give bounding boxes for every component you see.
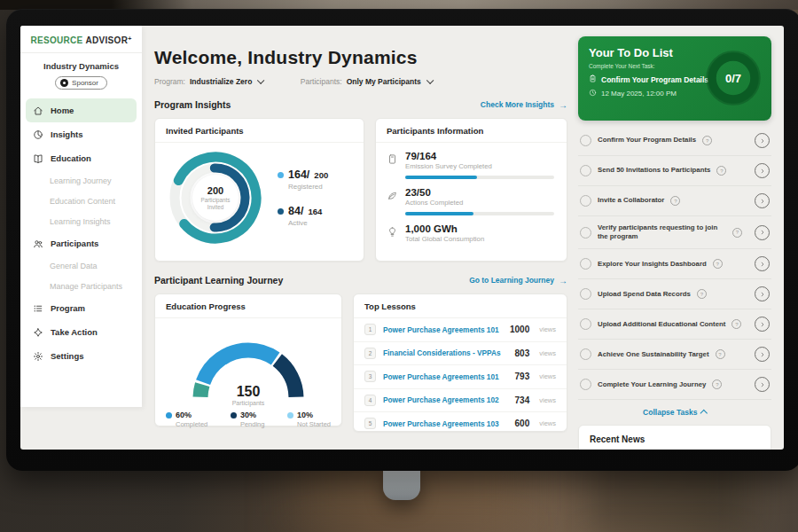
participants-filter[interactable]: Participants:Only My Participants: [301, 77, 432, 86]
filter-value: Only My Participants: [347, 77, 421, 86]
legend-label: Registered: [288, 183, 328, 191]
task-go-button[interactable]: [755, 286, 770, 301]
lesson-title-link[interactable]: Power Purchase Agreements 101: [383, 372, 508, 381]
arrow-right-icon: →: [559, 276, 567, 286]
org-name: Industry Dynamics: [20, 61, 142, 71]
task-row-upload-additional-educational-content[interactable]: Upload Additional Educational Content?: [578, 309, 771, 340]
sidebar-item-program[interactable]: Program: [26, 296, 137, 320]
sidebar-item-label: Education: [51, 153, 91, 163]
card-top-lessons: Top Lessons 1Power Purchase Agreements 1…: [353, 293, 567, 432]
collapse-tasks-label: Collapse Tasks: [643, 408, 697, 417]
card-education-progress: Education Progress 150 Participants 60%C…: [154, 293, 342, 426]
sidebar-item-education-content[interactable]: Education Content: [26, 191, 137, 211]
home-icon: [33, 106, 43, 116]
sidebar-item-learning-journey[interactable]: Learning Journey: [26, 170, 137, 191]
sidebar-item-home[interactable]: Home: [26, 98, 137, 122]
task-go-button[interactable]: [755, 225, 770, 240]
task-row-verify-participants-requesting-to-join-the-program[interactable]: Verify participants requesting to join t…: [578, 216, 771, 249]
help-icon[interactable]: ?: [732, 228, 742, 238]
help-icon[interactable]: ?: [712, 379, 722, 389]
legend-dot: [287, 412, 293, 419]
task-checkbox[interactable]: [580, 195, 591, 207]
sidebar-nav: HomeInsightsEducationLearning JourneyEdu…: [20, 98, 142, 368]
help-icon[interactable]: ?: [716, 166, 726, 176]
sidebar-item-general-data[interactable]: General Data: [26, 255, 137, 276]
program-icon: [33, 303, 43, 314]
sidebar-item-take-action[interactable]: Take Action: [26, 320, 137, 344]
task-go-button[interactable]: [755, 133, 770, 148]
task-row-upload-spend-data-records[interactable]: Upload Spend Data Records?: [578, 279, 771, 309]
sidebar-item-insights[interactable]: Insights: [26, 122, 137, 146]
help-icon[interactable]: ?: [702, 136, 712, 145]
task-go-button[interactable]: [755, 256, 770, 271]
sponsor-icon: [60, 79, 68, 87]
task-label: Complete Your Learning Journey: [598, 380, 706, 389]
info-content: 23/50Actions Completed: [405, 187, 554, 215]
lesson-title-link[interactable]: Financial Considerations - VPPAs: [383, 348, 508, 357]
go-to-learning-journey-link[interactable]: Go to Learning Journey →: [469, 276, 567, 286]
lesson-views-word: views: [539, 325, 556, 333]
check-more-insights-link[interactable]: Check More Insights →: [481, 100, 567, 110]
sidebar-item-participants[interactable]: Participants: [26, 231, 137, 255]
task-label: Send 50 Invitations to Participants: [598, 166, 710, 175]
lesson-views: 600: [515, 419, 530, 428]
clock-icon: [589, 89, 597, 98]
task-go-button[interactable]: [755, 193, 770, 208]
task-go-button[interactable]: [755, 347, 770, 362]
gauge-legend-label: Pending: [240, 420, 265, 428]
sidebar-item-education[interactable]: Education: [26, 146, 137, 170]
gauge-legend-pct: 10%: [297, 411, 313, 419]
lesson-rank: 4: [364, 395, 376, 406]
help-icon[interactable]: ?: [713, 259, 723, 269]
lesson-title-link[interactable]: Power Purchase Agreements 102: [383, 395, 508, 404]
info-label: Total Global Consumption: [405, 235, 484, 243]
lesson-rank: 1: [364, 324, 376, 335]
sidebar-item-manage-participants[interactable]: Manage Participants: [26, 276, 137, 296]
task-checkbox[interactable]: [580, 135, 591, 146]
task-row-invite-a-collaborator[interactable]: Invite a Collaborator?: [578, 186, 771, 216]
survey-icon: [387, 153, 398, 164]
sidebar-item-label: Insights: [51, 129, 82, 139]
task-checkbox[interactable]: [580, 318, 591, 330]
task-row-send-50-invitations-to-participants[interactable]: Send 50 Invitations to Participants?: [578, 156, 771, 186]
help-icon[interactable]: ?: [732, 319, 741, 329]
task-checkbox[interactable]: [580, 288, 591, 300]
sidebar-item-label: Learning Insights: [50, 217, 111, 226]
sidebar-item-learning-insights[interactable]: Learning Insights: [26, 211, 137, 231]
task-go-button[interactable]: [755, 163, 770, 178]
task-go-button[interactable]: [755, 317, 770, 332]
lesson-views: 734: [515, 395, 530, 405]
program-filter[interactable]: Program:Industrialize Zero: [154, 77, 263, 86]
help-icon[interactable]: ?: [716, 349, 725, 359]
task-checkbox[interactable]: [580, 258, 591, 270]
task-checkbox[interactable]: [580, 348, 591, 360]
sidebar-item-label: Manage Participants: [50, 282, 122, 291]
actions-icon: [387, 189, 398, 200]
task-row-explore-your-insights-dashboard[interactable]: Explore Your Insights Dashboard?: [578, 249, 771, 279]
chevron-up-icon: [700, 409, 708, 416]
progress-bar: [405, 212, 554, 215]
sidebar-item-settings[interactable]: Settings: [26, 344, 137, 368]
task-checkbox[interactable]: [580, 379, 591, 390]
help-icon[interactable]: ?: [670, 196, 680, 206]
task-checkbox[interactable]: [580, 165, 591, 176]
task-row-complete-your-learning-journey[interactable]: Complete Your Learning Journey?: [578, 370, 771, 400]
lesson-title-link[interactable]: Power Purchase Agreements 103: [383, 419, 508, 428]
gauge-legend-label: Not Started: [297, 420, 331, 428]
info-content: 79/164Emission Survey Completed: [405, 151, 554, 179]
sponsor-badge-label: Sponsor: [72, 79, 98, 87]
go-to-learning-journey-label: Go to Learning Journey: [469, 276, 554, 285]
gauge-legend-value-row: 30%: [231, 411, 265, 419]
insights-icon: [33, 129, 43, 140]
help-icon[interactable]: ?: [697, 289, 707, 299]
lesson-rank: 3: [364, 371, 376, 382]
lesson-title-link[interactable]: Power Purchase Agreements 101: [383, 325, 503, 334]
task-checkbox[interactable]: [580, 227, 591, 239]
task-go-button[interactable]: [755, 377, 770, 392]
task-row-achieve-one-sustainability-target[interactable]: Achieve One Sustainability Target?: [578, 340, 771, 370]
filter-label: Program:: [154, 77, 185, 86]
collapse-tasks-link[interactable]: Collapse Tasks: [578, 408, 771, 417]
task-row-confirm-your-program-details[interactable]: Confirm Your Program Details?: [578, 126, 771, 156]
legend-value: 164/: [288, 168, 309, 181]
legend-value-row: 84/164: [278, 205, 328, 217]
